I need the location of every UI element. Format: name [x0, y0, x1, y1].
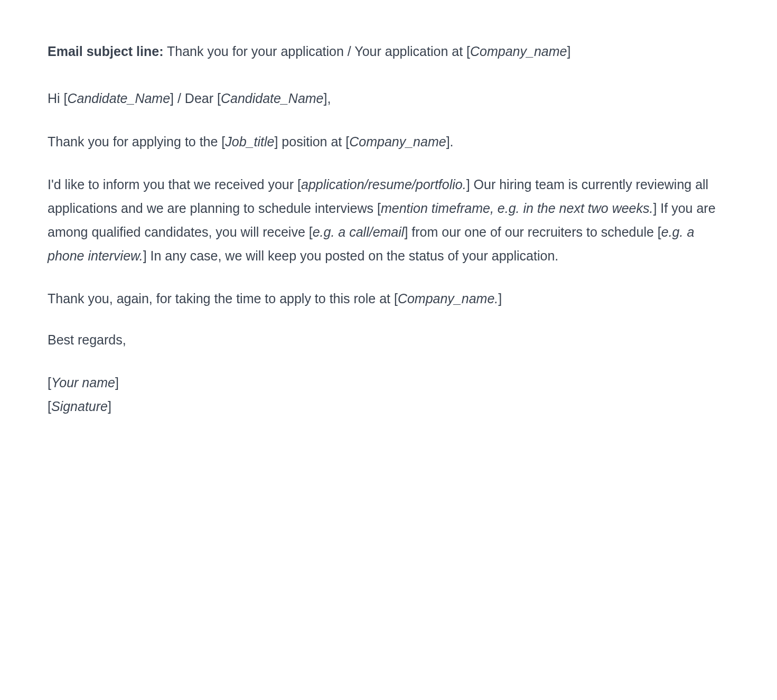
- subject-placeholder: Company_name: [470, 44, 567, 59]
- thank-t2: ] position at [: [274, 134, 349, 149]
- subject-text-suffix: ]: [567, 44, 570, 59]
- thank-company: Company_name: [349, 134, 446, 149]
- body-ph2: mention timeframe, e.g. in the next two …: [381, 201, 653, 216]
- body-ph3: e.g. a call/email: [313, 225, 405, 239]
- body-b4: ] from our one of our recruiters to sche…: [404, 225, 661, 239]
- greeting-candidate-2: Candidate_Name: [221, 91, 324, 106]
- body-ph1: application/resume/portfolio.: [301, 177, 466, 192]
- subject-line: Email subject line: Thank you for your a…: [48, 40, 729, 63]
- sig-close2: ]: [108, 399, 111, 414]
- thank-t1: Thank you for applying to the [: [48, 134, 225, 149]
- thank-t3: ].: [446, 134, 454, 149]
- subject-text-prefix: Thank you for your application / Your ap…: [164, 44, 470, 59]
- sig-open1: [: [48, 375, 51, 390]
- sig-open2: [: [48, 399, 51, 414]
- greeting-mid: ] / Dear [: [170, 91, 221, 106]
- greeting-candidate-1: Candidate_Name: [68, 91, 171, 106]
- signature-block: [Your name] [Signature]: [48, 371, 729, 418]
- closing-c1: Thank you, again, for taking the time to…: [48, 291, 398, 306]
- thank-line: Thank you for applying to the [Job_title…: [48, 132, 729, 152]
- regards-line: Best regards,: [48, 330, 729, 350]
- body-b5: ] In any case, we will keep you posted o…: [143, 248, 559, 263]
- your-name-placeholder: Your name: [51, 375, 115, 390]
- closing-c2: ]: [498, 291, 502, 306]
- greeting-line: Hi [Candidate_Name] / Dear [Candidate_Na…: [48, 89, 729, 109]
- body-paragraph: I'd like to inform you that we received …: [48, 173, 729, 268]
- subject-label: Email subject line:: [48, 44, 164, 59]
- greeting-hi: Hi [: [48, 91, 68, 106]
- signature-placeholder: Signature: [51, 399, 108, 414]
- thank-job-title: Job_title: [225, 134, 274, 149]
- body-b1: I'd like to inform you that we received …: [48, 177, 301, 192]
- greeting-end: ],: [324, 91, 331, 106]
- closing-ph: Company_name.: [398, 291, 498, 306]
- sig-close1: ]: [115, 375, 119, 390]
- closing-line: Thank you, again, for taking the time to…: [48, 289, 729, 309]
